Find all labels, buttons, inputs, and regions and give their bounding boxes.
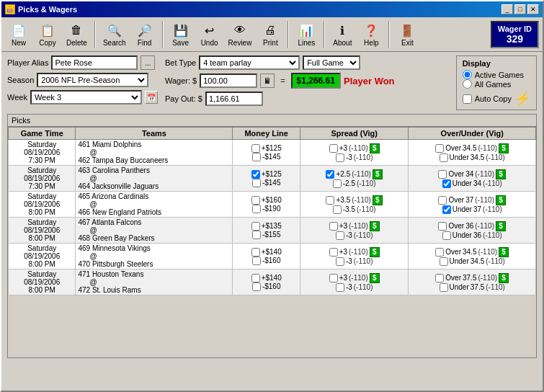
sp2-checkbox[interactable]: [336, 153, 344, 162]
sp1-checkbox[interactable]: [329, 274, 338, 282]
sp1-checkbox[interactable]: [326, 196, 334, 205]
sp1-checkbox[interactable]: [329, 144, 338, 153]
ml2-checkbox[interactable]: [252, 179, 261, 187]
find-icon: 🔎: [136, 22, 153, 39]
under-checkbox[interactable]: [442, 205, 451, 214]
season-select[interactable]: 2006 NFL Pre-Season: [37, 73, 148, 87]
ml1-checkbox[interactable]: [251, 222, 260, 231]
spread-dollar-icon[interactable]: $: [370, 143, 380, 153]
over-dollar-icon[interactable]: $: [499, 143, 509, 153]
over-checkbox[interactable]: [438, 196, 447, 205]
ml2-checkbox[interactable]: [252, 282, 261, 291]
window-controls: _ □ ✕: [501, 4, 539, 14]
undo-button[interactable]: ↩ Undo: [196, 19, 223, 49]
delete-label: Delete: [66, 39, 87, 47]
over-checkbox[interactable]: [435, 274, 444, 282]
separator-1: [94, 21, 96, 48]
ml1-checkbox[interactable]: [251, 144, 260, 153]
sp1-checkbox[interactable]: [329, 222, 338, 231]
wager-input[interactable]: [200, 74, 257, 88]
over-checkbox[interactable]: [438, 170, 447, 179]
week-select[interactable]: Week 3: [30, 90, 142, 104]
review-button[interactable]: 👁 Review: [225, 19, 256, 49]
ml1-checkbox[interactable]: [251, 170, 260, 179]
calendar-button[interactable]: 📅: [145, 91, 158, 104]
col-game-time: Game Time: [9, 128, 76, 140]
over-checkbox[interactable]: [435, 248, 444, 257]
under-checkbox[interactable]: [442, 179, 451, 188]
search-button[interactable]: 🔍 Search: [99, 19, 130, 49]
over-checkbox[interactable]: [438, 222, 447, 231]
print-button[interactable]: 🖨 Print: [257, 19, 284, 49]
over-dollar-icon[interactable]: $: [496, 169, 506, 179]
sp2-checkbox[interactable]: [336, 231, 344, 240]
spread-dollar-icon[interactable]: $: [370, 273, 380, 283]
ml1-checkbox[interactable]: [251, 196, 260, 205]
wager-calc-button[interactable]: 🖩: [260, 74, 275, 88]
under-checkbox[interactable]: [442, 231, 451, 240]
sp1-checkbox[interactable]: [329, 248, 338, 257]
spread-dollar-icon[interactable]: $: [370, 247, 380, 257]
sp2-checkbox[interactable]: [333, 179, 342, 188]
maximize-button[interactable]: □: [514, 4, 526, 14]
copy-button[interactable]: 📋 Copy: [34, 19, 61, 49]
player-alias-browse-button[interactable]: ...: [141, 55, 155, 70]
game-time-cell: Saturday08/19/20068:00 PM: [9, 192, 76, 218]
auto-copy-checkbox[interactable]: [463, 94, 472, 104]
about-label: About: [333, 39, 352, 47]
all-games-radio[interactable]: [463, 79, 472, 89]
save-button[interactable]: 💾 Save: [167, 19, 195, 49]
ml2-checkbox[interactable]: [252, 257, 261, 265]
table-row: Saturday08/19/20067:30 PM 463 Carolina P…: [9, 166, 536, 192]
app-icon: 🎰: [5, 4, 15, 14]
lightning-icon[interactable]: ⚡: [514, 91, 530, 107]
close-button[interactable]: ✕: [527, 4, 539, 14]
spread-dollar-icon[interactable]: $: [370, 221, 380, 231]
sp1-checkbox[interactable]: [326, 170, 334, 179]
over-dollar-icon[interactable]: $: [496, 221, 506, 231]
week-label: Week: [7, 93, 27, 102]
ml2-checkbox[interactable]: [252, 231, 261, 239]
ml2-checkbox[interactable]: [252, 153, 261, 161]
sp2-checkbox[interactable]: [336, 257, 344, 266]
new-button[interactable]: 📄 New: [5, 19, 32, 49]
table-header-row: Game Time Teams Money Line Spread (Vig) …: [9, 128, 536, 140]
delete-button[interactable]: 🗑 Delete: [63, 19, 91, 49]
lines-button[interactable]: 📊 Lines: [293, 19, 320, 49]
money-line-cell: +$160 -$190: [233, 192, 300, 218]
bet-type-select[interactable]: 4 team parlay: [199, 55, 300, 70]
search-label: Search: [103, 39, 126, 47]
bet-type-label: Bet Type: [165, 58, 196, 67]
over-under-cell: Over 34.5 (-110) $ Under 34.5 (-110): [409, 244, 536, 270]
about-icon: ℹ: [334, 22, 351, 39]
find-button[interactable]: 🔎 Find: [131, 19, 159, 49]
payout-label: Pay Out: $: [165, 94, 202, 103]
table-container[interactable]: Game Time Teams Money Line Spread (Vig) …: [8, 127, 536, 357]
over-dollar-icon[interactable]: $: [496, 195, 506, 205]
sp2-checkbox[interactable]: [336, 283, 344, 292]
spread-cell: +2.5 (-110) $ -2.5 (-110): [300, 166, 409, 192]
ml1-checkbox[interactable]: [251, 248, 260, 257]
under-checkbox[interactable]: [440, 257, 448, 266]
picks-section: Picks Game Time Teams Money Line Spread …: [7, 114, 537, 358]
minimize-button[interactable]: _: [501, 4, 513, 14]
spread-dollar-icon[interactable]: $: [373, 169, 383, 179]
payout-input[interactable]: [205, 92, 263, 106]
help-button[interactable]: ❓ Help: [357, 19, 385, 49]
over-dollar-icon[interactable]: $: [499, 273, 509, 283]
under-checkbox[interactable]: [440, 283, 448, 292]
exit-button[interactable]: 🚪 Exit: [393, 19, 421, 49]
full-game-select[interactable]: Full Game: [303, 55, 360, 70]
active-games-radio[interactable]: [463, 70, 472, 79]
money-line-cell: +$125 -$145: [233, 166, 300, 192]
spread-cell: +3.5 (-110) $ -3.5 (-110): [300, 192, 409, 218]
ml2-checkbox[interactable]: [252, 205, 261, 213]
sp2-checkbox[interactable]: [333, 205, 342, 214]
spread-dollar-icon[interactable]: $: [373, 195, 383, 205]
over-dollar-icon[interactable]: $: [499, 247, 509, 257]
about-button[interactable]: ℹ About: [329, 19, 356, 49]
player-alias-input[interactable]: [51, 55, 138, 70]
ml1-checkbox[interactable]: [251, 274, 260, 282]
over-checkbox[interactable]: [435, 144, 444, 153]
under-checkbox[interactable]: [440, 153, 448, 162]
